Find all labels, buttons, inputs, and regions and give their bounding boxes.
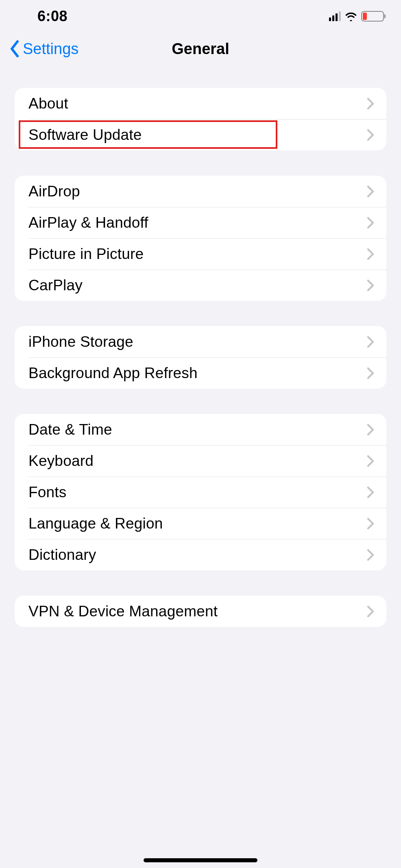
row-label: AirDrop bbox=[28, 183, 80, 200]
row-keyboard[interactable]: Keyboard bbox=[15, 445, 386, 476]
row-language-region[interactable]: Language & Region bbox=[15, 508, 386, 539]
settings-content: About Software Update AirDrop AirPlay & … bbox=[0, 69, 401, 627]
row-label: Background App Refresh bbox=[28, 365, 198, 382]
row-label: AirPlay & Handoff bbox=[28, 214, 148, 231]
chevron-right-icon bbox=[367, 248, 374, 260]
row-dictionary[interactable]: Dictionary bbox=[15, 539, 386, 570]
chevron-right-icon bbox=[367, 518, 374, 530]
row-label: CarPlay bbox=[28, 277, 83, 294]
status-icons bbox=[329, 11, 384, 22]
back-button[interactable]: Settings bbox=[0, 40, 78, 58]
row-label: Fonts bbox=[28, 484, 67, 501]
status-bar: 6:08 bbox=[0, 0, 401, 28]
chevron-left-icon bbox=[9, 40, 20, 58]
row-label: Software Update bbox=[28, 126, 142, 144]
row-fonts[interactable]: Fonts bbox=[15, 476, 386, 508]
chevron-right-icon bbox=[367, 185, 374, 198]
row-background-app-refresh[interactable]: Background App Refresh bbox=[15, 357, 386, 389]
settings-group: About Software Update bbox=[15, 88, 386, 150]
battery-level-low bbox=[363, 13, 367, 20]
chevron-right-icon bbox=[367, 549, 374, 561]
row-software-update[interactable]: Software Update bbox=[15, 119, 386, 150]
chevron-right-icon bbox=[367, 279, 374, 292]
row-label: Picture in Picture bbox=[28, 246, 144, 263]
settings-group: Date & Time Keyboard Fonts Language & Re… bbox=[15, 414, 386, 570]
row-label: iPhone Storage bbox=[28, 333, 133, 350]
row-label: Date & Time bbox=[28, 421, 112, 438]
chevron-right-icon bbox=[367, 217, 374, 229]
settings-group: AirDrop AirPlay & Handoff Picture in Pic… bbox=[15, 176, 386, 301]
row-vpn-device-management[interactable]: VPN & Device Management bbox=[15, 596, 386, 627]
wifi-icon bbox=[345, 11, 357, 21]
settings-group: iPhone Storage Background App Refresh bbox=[15, 326, 386, 389]
row-label: VPN & Device Management bbox=[28, 603, 218, 620]
row-iphone-storage[interactable]: iPhone Storage bbox=[15, 326, 386, 357]
chevron-right-icon bbox=[367, 605, 374, 618]
chevron-right-icon bbox=[367, 98, 374, 110]
chevron-right-icon bbox=[367, 424, 374, 436]
row-label: Dictionary bbox=[28, 546, 96, 563]
chevron-right-icon bbox=[367, 129, 374, 141]
nav-bar: Settings General bbox=[0, 28, 401, 69]
row-label: Language & Region bbox=[28, 515, 163, 532]
back-label: Settings bbox=[23, 40, 78, 58]
settings-group: VPN & Device Management bbox=[15, 596, 386, 627]
row-label: About bbox=[28, 95, 68, 112]
row-airplay-handoff[interactable]: AirPlay & Handoff bbox=[15, 207, 386, 238]
row-airdrop[interactable]: AirDrop bbox=[15, 176, 386, 207]
row-label: Keyboard bbox=[28, 452, 94, 470]
row-about[interactable]: About bbox=[15, 88, 386, 119]
battery-icon bbox=[361, 11, 384, 22]
chevron-right-icon bbox=[367, 367, 374, 379]
chevron-right-icon bbox=[367, 455, 374, 467]
row-date-time[interactable]: Date & Time bbox=[15, 414, 386, 445]
row-carplay[interactable]: CarPlay bbox=[15, 270, 386, 301]
chevron-right-icon bbox=[367, 336, 374, 348]
chevron-right-icon bbox=[367, 486, 374, 498]
row-picture-in-picture[interactable]: Picture in Picture bbox=[15, 238, 386, 270]
home-indicator bbox=[144, 858, 257, 862]
status-time: 6:08 bbox=[17, 8, 68, 25]
cellular-signal-icon bbox=[329, 11, 341, 21]
